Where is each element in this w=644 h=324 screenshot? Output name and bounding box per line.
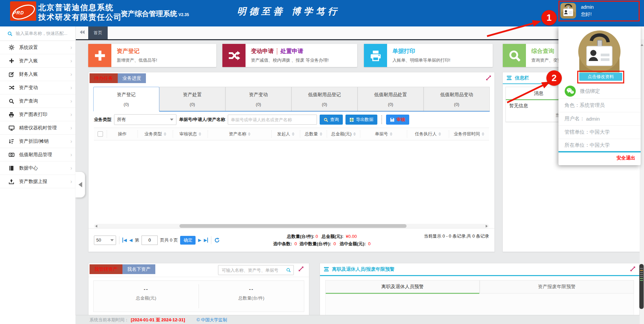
book-icon (8, 166, 15, 171)
list-icon (507, 76, 512, 80)
sort-icon (199, 132, 201, 136)
column-header[interactable]: 审核状态 (173, 130, 208, 138)
sidebar-item-instrument-time[interactable]: 精密仪器机时管理› (0, 121, 75, 135)
cyan-divider (558, 151, 641, 152)
sidebar-item-data-report[interactable]: 资产数据上报› (0, 175, 75, 188)
menu-search-input[interactable]: 输入菜单名称，快速匹配... (0, 26, 75, 41)
selected-amt-value: 0 (368, 241, 371, 246)
expand-icon[interactable] (486, 75, 491, 81)
column-header[interactable]: 总数量 (300, 130, 327, 138)
subtab-asset-register[interactable]: 资产登记(0) (93, 87, 159, 112)
asset-stats-card: -- 总金额(元) -- 总数量(台/件) (93, 280, 304, 312)
card-subtitle: 资产减值、校内调拨 、报废 等业务办理! (251, 57, 329, 63)
info-panel-title: 信息栏 (515, 75, 529, 81)
sidebar-item-asset-entry[interactable]: 资产入账› (0, 54, 75, 68)
page-size-select[interactable]: 50 (94, 236, 116, 245)
column-header[interactable]: 业务类型 (138, 130, 173, 138)
expand-icon[interactable] (630, 266, 635, 272)
scrollbar-thumb[interactable] (179, 224, 407, 228)
managed-unit-row: 管辖单位：中国大学 (558, 125, 641, 139)
chevron-right-icon: › (70, 72, 72, 77)
sidebar-item-low-value-goods[interactable]: 低值耐用品管理› (0, 148, 75, 161)
search-icon (8, 99, 15, 104)
sidebar-item-finance-entry[interactable]: 财务入账› (0, 68, 75, 81)
selected-qty-value: 0 (333, 241, 336, 246)
scroll-right-icon[interactable] (486, 225, 488, 228)
tab-assets-owned[interactable]: 我名下资产 (122, 264, 155, 274)
todo-tasks-panel: 待办任务 业务进度 资产登记(0) 资产处置(0) 资产变动(0) 低值耐用品登… (88, 72, 495, 252)
sidebar-item-asset-change[interactable]: 资产变动› (0, 81, 75, 94)
doc-search-input[interactable] (228, 115, 317, 125)
task-table-body-empty (94, 140, 489, 224)
column-header[interactable]: 任务执行人 (407, 130, 449, 138)
subtab-lowvalue-register[interactable]: 低值耐用品登记(0) (291, 87, 358, 111)
subtab-lowvalue-change[interactable]: 低值耐用品变动(0) (424, 87, 490, 111)
card-print-receipts[interactable]: 单据打印 入账单、明细单等单据的打印! (364, 44, 493, 67)
dotted-divider (277, 48, 277, 54)
chevron-down-icon (110, 239, 114, 241)
edit-profile-button[interactable]: 点击修改资料 (579, 73, 622, 81)
column-header[interactable]: 发起人 (272, 130, 300, 138)
tab-todo-tasks[interactable]: 待办任务 (90, 73, 118, 83)
pagination-bar: 50 ◀ ◀ 第 页共 0 页 确定 ▶ ▶ 总数量(台/件): 0 总金额(元… (89, 228, 494, 252)
last-page-button[interactable]: ▶ (204, 238, 208, 243)
chevron-right-icon: › (70, 139, 72, 144)
refresh-icon[interactable] (214, 238, 220, 243)
expand-icon[interactable] (299, 266, 304, 272)
audit-button[interactable]: 审核 (386, 115, 409, 125)
tab-home[interactable]: 首页 (88, 26, 108, 39)
tab-assets-managed[interactable]: 我管辖资产 (90, 264, 122, 274)
asset-search-box[interactable] (218, 265, 294, 275)
sidebar-item-data-center[interactable]: 数据中心› (0, 161, 75, 175)
business-type-select[interactable]: 所有 (114, 114, 176, 125)
sort-icon (482, 132, 484, 136)
card-asset-register[interactable]: 资产登记 新增资产、低值品等! (88, 44, 216, 67)
subtab-asset-change[interactable]: 资产变动(0) (225, 87, 291, 111)
query-button[interactable]: 查询 (320, 115, 343, 125)
username-value: admin (586, 116, 600, 122)
subtab-asset-disposal[interactable]: 资产处置(0) (159, 87, 225, 111)
search-icon (324, 118, 328, 122)
wechat-bind-label: 微信绑定 (580, 88, 600, 94)
tab-scrap-age-warning[interactable]: 资产报废年限预警 (480, 280, 634, 294)
printer-icon (364, 44, 387, 67)
total-amt-value: ¥0.00 (346, 234, 357, 239)
column-header[interactable]: 业务停留时间 (449, 130, 489, 138)
select-all-checkbox[interactable] (94, 130, 107, 138)
copyright-text[interactable]: © 中国大学监制 (197, 317, 227, 323)
header-user-area[interactable]: admin 您好! (560, 2, 637, 19)
card-title: 资产登记 (117, 47, 157, 55)
horizontal-scrollbar[interactable] (94, 224, 489, 228)
scroll-up-icon[interactable] (641, 44, 643, 46)
chevron-right-icon: › (70, 152, 72, 157)
warning-panel-title: 离职及退休人员/报废年限预警 (332, 266, 394, 272)
export-data-button[interactable]: 导出数据 (345, 115, 377, 125)
column-header[interactable]: 资产名称 (208, 130, 272, 138)
card-change-disposal[interactable]: 变动申请 处置申请 资产减值、校内调拨 、报废 等业务办理! (222, 44, 357, 67)
page-number-input[interactable] (142, 236, 158, 245)
next-page-button[interactable]: ▶ (198, 238, 201, 243)
tab-retired-staff-warning[interactable]: 离职及退休人员预警 (325, 280, 480, 294)
sidebar-item-depreciation[interactable]: 资产折旧/摊销› (0, 135, 75, 148)
sidebar-item-asset-query[interactable]: 资产查询› (0, 94, 75, 108)
sidebar-item-asset-chart-print[interactable]: 资产图表打印› (0, 108, 75, 121)
minimap-scrollbar-thumb[interactable] (639, 264, 644, 309)
subtab-lowvalue-disposal[interactable]: 低值耐用品处置(0) (358, 87, 424, 111)
sidebar-collapse-handle[interactable] (75, 172, 85, 198)
asset-search-input[interactable] (221, 267, 284, 273)
tab-business-progress[interactable]: 业务进度 (118, 73, 146, 83)
wechat-bind-row[interactable]: 微信绑定 (558, 84, 641, 99)
logout-link[interactable]: 安全退出 (616, 155, 635, 161)
save-icon (390, 118, 394, 122)
column-header[interactable]: 总金额(元) (327, 130, 360, 138)
column-header[interactable]: 单据号 (360, 130, 407, 138)
checkbox-icon (98, 131, 103, 137)
monitor-icon (8, 125, 15, 131)
first-page-button[interactable]: ◀ (122, 238, 127, 243)
shuffle-icon (8, 85, 15, 90)
prev-page-button[interactable]: ◀ (129, 238, 132, 243)
sidebar-item-system-settings[interactable]: 系统设置› (0, 41, 75, 54)
tabs-scroll-left-icon[interactable] (79, 30, 85, 36)
confirm-page-button[interactable]: 确定 (180, 236, 196, 245)
scroll-left-icon[interactable] (95, 225, 97, 228)
